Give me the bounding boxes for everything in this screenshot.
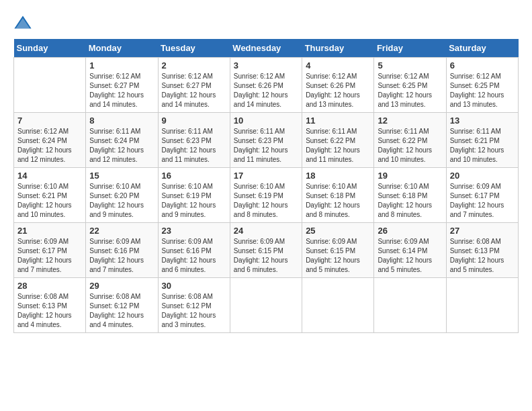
day-cell — [14, 58, 86, 113]
day-info: Sunrise: 6:09 AM Sunset: 6:16 PM Dayligh… — [89, 237, 154, 275]
logo — [13, 13, 35, 32]
day-cell: 2Sunrise: 6:12 AM Sunset: 6:27 PM Daylig… — [158, 58, 230, 113]
day-info: Sunrise: 6:12 AM Sunset: 6:26 PM Dayligh… — [234, 72, 298, 109]
calendar-table: SundayMondayTuesdayWednesdayThursdayFrid… — [13, 39, 519, 333]
day-cell: 9Sunrise: 6:11 AM Sunset: 6:23 PM Daylig… — [158, 113, 230, 168]
day-info: Sunrise: 6:12 AM Sunset: 6:27 PM Dayligh… — [89, 72, 154, 109]
day-number: 25 — [306, 226, 370, 236]
day-info: Sunrise: 6:12 AM Sunset: 6:27 PM Dayligh… — [162, 72, 226, 109]
day-cell: 7Sunrise: 6:12 AM Sunset: 6:24 PM Daylig… — [14, 113, 86, 168]
day-cell: 6Sunrise: 6:12 AM Sunset: 6:25 PM Daylig… — [446, 58, 518, 113]
day-number: 3 — [234, 60, 298, 71]
weekday-header-friday: Friday — [374, 39, 446, 58]
day-cell: 30Sunrise: 6:08 AM Sunset: 6:12 PM Dayli… — [158, 278, 230, 333]
day-number: 16 — [162, 171, 226, 181]
week-row-1: 7Sunrise: 6:12 AM Sunset: 6:24 PM Daylig… — [14, 113, 519, 168]
day-info: Sunrise: 6:10 AM Sunset: 6:21 PM Dayligh… — [17, 182, 82, 220]
day-cell: 10Sunrise: 6:11 AM Sunset: 6:23 PM Dayli… — [230, 113, 302, 168]
day-info: Sunrise: 6:11 AM Sunset: 6:23 PM Dayligh… — [162, 127, 226, 165]
day-cell — [374, 278, 446, 333]
day-number: 2 — [162, 60, 226, 71]
day-info: Sunrise: 6:12 AM Sunset: 6:24 PM Dayligh… — [17, 127, 82, 165]
day-number: 20 — [450, 171, 515, 181]
day-cell: 1Sunrise: 6:12 AM Sunset: 6:27 PM Daylig… — [86, 58, 158, 113]
day-number: 8 — [89, 116, 154, 126]
day-number: 12 — [378, 116, 442, 126]
day-number: 10 — [234, 116, 298, 126]
week-row-4: 28Sunrise: 6:08 AM Sunset: 6:13 PM Dayli… — [14, 278, 519, 333]
day-number: 6 — [450, 60, 515, 71]
day-cell: 5Sunrise: 6:12 AM Sunset: 6:25 PM Daylig… — [374, 58, 446, 113]
day-info: Sunrise: 6:10 AM Sunset: 6:19 PM Dayligh… — [234, 182, 298, 220]
day-cell: 28Sunrise: 6:08 AM Sunset: 6:13 PM Dayli… — [14, 278, 86, 333]
day-info: Sunrise: 6:08 AM Sunset: 6:12 PM Dayligh… — [162, 292, 226, 330]
day-info: Sunrise: 6:08 AM Sunset: 6:13 PM Dayligh… — [17, 292, 82, 330]
week-row-2: 14Sunrise: 6:10 AM Sunset: 6:21 PM Dayli… — [14, 168, 519, 223]
weekday-header-wednesday: Wednesday — [230, 39, 302, 58]
day-cell: 29Sunrise: 6:08 AM Sunset: 6:12 PM Dayli… — [86, 278, 158, 333]
day-number: 22 — [89, 226, 154, 236]
day-cell: 25Sunrise: 6:09 AM Sunset: 6:15 PM Dayli… — [302, 223, 374, 278]
day-cell: 14Sunrise: 6:10 AM Sunset: 6:21 PM Dayli… — [14, 168, 86, 223]
day-cell: 17Sunrise: 6:10 AM Sunset: 6:19 PM Dayli… — [230, 168, 302, 223]
day-info: Sunrise: 6:12 AM Sunset: 6:25 PM Dayligh… — [378, 72, 442, 109]
page-header — [13, 13, 519, 32]
day-info: Sunrise: 6:09 AM Sunset: 6:16 PM Dayligh… — [162, 237, 226, 275]
week-row-3: 21Sunrise: 6:09 AM Sunset: 6:17 PM Dayli… — [14, 223, 519, 278]
day-info: Sunrise: 6:09 AM Sunset: 6:15 PM Dayligh… — [306, 237, 370, 275]
day-number: 26 — [378, 226, 442, 236]
day-cell — [230, 278, 302, 333]
day-number: 7 — [17, 116, 82, 126]
day-number: 19 — [378, 171, 442, 181]
day-number: 28 — [17, 281, 82, 291]
day-number: 24 — [234, 226, 298, 236]
day-cell: 3Sunrise: 6:12 AM Sunset: 6:26 PM Daylig… — [230, 58, 302, 113]
day-info: Sunrise: 6:09 AM Sunset: 6:17 PM Dayligh… — [17, 237, 82, 275]
day-info: Sunrise: 6:09 AM Sunset: 6:17 PM Dayligh… — [450, 182, 515, 220]
weekday-header-thursday: Thursday — [302, 39, 374, 58]
day-cell: 16Sunrise: 6:10 AM Sunset: 6:19 PM Dayli… — [158, 168, 230, 223]
day-number: 30 — [162, 281, 226, 291]
day-cell: 22Sunrise: 6:09 AM Sunset: 6:16 PM Dayli… — [86, 223, 158, 278]
day-cell: 18Sunrise: 6:10 AM Sunset: 6:18 PM Dayli… — [302, 168, 374, 223]
day-number: 11 — [306, 116, 370, 126]
day-number: 15 — [89, 171, 154, 181]
day-cell: 24Sunrise: 6:09 AM Sunset: 6:15 PM Dayli… — [230, 223, 302, 278]
day-info: Sunrise: 6:09 AM Sunset: 6:14 PM Dayligh… — [378, 237, 442, 275]
weekday-header-monday: Monday — [86, 39, 158, 58]
day-cell: 19Sunrise: 6:10 AM Sunset: 6:18 PM Dayli… — [374, 168, 446, 223]
day-cell: 15Sunrise: 6:10 AM Sunset: 6:20 PM Dayli… — [86, 168, 158, 223]
day-cell: 13Sunrise: 6:11 AM Sunset: 6:21 PM Dayli… — [446, 113, 518, 168]
day-cell: 23Sunrise: 6:09 AM Sunset: 6:16 PM Dayli… — [158, 223, 230, 278]
weekday-header-sunday: Sunday — [14, 39, 86, 58]
day-number: 1 — [89, 60, 154, 71]
weekday-header-row: SundayMondayTuesdayWednesdayThursdayFrid… — [14, 39, 519, 58]
day-number: 18 — [306, 171, 370, 181]
day-number: 14 — [17, 171, 82, 181]
day-cell: 8Sunrise: 6:11 AM Sunset: 6:24 PM Daylig… — [86, 113, 158, 168]
weekday-header-tuesday: Tuesday — [158, 39, 230, 58]
day-cell: 20Sunrise: 6:09 AM Sunset: 6:17 PM Dayli… — [446, 168, 518, 223]
day-cell: 11Sunrise: 6:11 AM Sunset: 6:22 PM Dayli… — [302, 113, 374, 168]
day-info: Sunrise: 6:10 AM Sunset: 6:19 PM Dayligh… — [162, 182, 226, 220]
day-cell — [446, 278, 518, 333]
day-cell: 26Sunrise: 6:09 AM Sunset: 6:14 PM Dayli… — [374, 223, 446, 278]
day-number: 23 — [162, 226, 226, 236]
day-info: Sunrise: 6:10 AM Sunset: 6:20 PM Dayligh… — [89, 182, 154, 220]
day-info: Sunrise: 6:12 AM Sunset: 6:25 PM Dayligh… — [450, 72, 515, 109]
day-info: Sunrise: 6:11 AM Sunset: 6:21 PM Dayligh… — [450, 127, 515, 165]
day-info: Sunrise: 6:10 AM Sunset: 6:18 PM Dayligh… — [306, 182, 370, 220]
day-cell: 4Sunrise: 6:12 AM Sunset: 6:26 PM Daylig… — [302, 58, 374, 113]
day-number: 9 — [162, 116, 226, 126]
day-info: Sunrise: 6:11 AM Sunset: 6:23 PM Dayligh… — [234, 127, 298, 165]
weekday-header-saturday: Saturday — [446, 39, 518, 58]
day-info: Sunrise: 6:12 AM Sunset: 6:26 PM Dayligh… — [306, 72, 370, 109]
day-info: Sunrise: 6:10 AM Sunset: 6:18 PM Dayligh… — [378, 182, 442, 220]
day-cell — [302, 278, 374, 333]
day-info: Sunrise: 6:11 AM Sunset: 6:22 PM Dayligh… — [378, 127, 442, 165]
day-number: 13 — [450, 116, 515, 126]
day-cell: 21Sunrise: 6:09 AM Sunset: 6:17 PM Dayli… — [14, 223, 86, 278]
day-info: Sunrise: 6:11 AM Sunset: 6:24 PM Dayligh… — [89, 127, 154, 165]
day-info: Sunrise: 6:11 AM Sunset: 6:22 PM Dayligh… — [306, 127, 370, 165]
logo-icon — [13, 13, 32, 32]
